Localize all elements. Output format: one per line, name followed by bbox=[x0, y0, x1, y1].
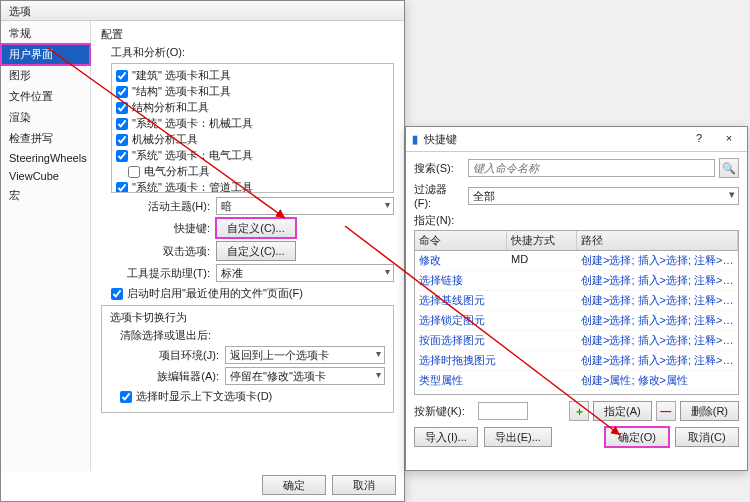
keyboard-shortcuts-dialog: ▮ 快捷键 ? × 搜索(S): 🔍 过滤器(F): 全部 指定(N): 命令 … bbox=[405, 126, 748, 471]
clear-or-exit-label: 清除选择或退出后: bbox=[120, 328, 385, 343]
filter-label: 过滤器(F): bbox=[414, 182, 464, 209]
check-label: 电气分析工具 bbox=[144, 164, 210, 179]
kb-rows[interactable]: 修改MD创建>选择; 插入>选择; 注释>选...选择链接创建>选择; 插入>选… bbox=[415, 251, 738, 395]
col-path[interactable]: 路径 bbox=[577, 231, 738, 250]
check-sys-pipe[interactable] bbox=[116, 182, 128, 194]
shortcuts-label: 快捷键: bbox=[111, 221, 216, 236]
table-row[interactable]: 类型属性创建>属性; 修改>属性 bbox=[415, 371, 738, 391]
options-ok-button[interactable]: 确定 bbox=[262, 475, 326, 495]
help-icon[interactable]: ? bbox=[687, 130, 711, 148]
auto-enable-recent-check[interactable] bbox=[111, 288, 123, 300]
sidebar-item-render[interactable]: 渲染 bbox=[1, 107, 90, 128]
col-cmd[interactable]: 命令 bbox=[415, 231, 507, 250]
doubleclick-label: 双击选项: bbox=[111, 244, 216, 259]
options-title: 选项 bbox=[9, 5, 31, 17]
sidebar-item-ui[interactable]: 用户界面 bbox=[1, 44, 90, 65]
search-input[interactable] bbox=[468, 159, 715, 177]
filter-combo[interactable]: 全部 bbox=[468, 187, 739, 205]
tools-checklist[interactable]: "建筑" 选项卡和工具 "结构" 选项卡和工具 结构分析和工具 "系统" 选项卡… bbox=[111, 63, 394, 193]
minus-icon[interactable]: — bbox=[656, 401, 676, 421]
kb-title: 快捷键 bbox=[424, 132, 457, 147]
check-label: "系统" 选项卡：管道工具 bbox=[132, 180, 253, 193]
options-title-bar: 选项 bbox=[1, 1, 404, 21]
show-context-tab-check[interactable] bbox=[120, 391, 132, 403]
active-theme-combo[interactable]: 暗 bbox=[216, 197, 394, 215]
table-row[interactable]: 选择锁定图元创建>选择; 插入>选择; 注释>选... bbox=[415, 311, 738, 331]
check-label: "系统" 选项卡：机械工具 bbox=[132, 116, 253, 131]
sidebar-item-graphics[interactable]: 图形 bbox=[1, 65, 90, 86]
sidebar-item-general[interactable]: 常规 bbox=[1, 23, 90, 44]
col-shortcut[interactable]: 快捷方式 bbox=[507, 231, 577, 250]
check-struct-ana[interactable] bbox=[116, 102, 128, 114]
check-label: "结构" 选项卡和工具 bbox=[132, 84, 231, 99]
check-sys-mech[interactable] bbox=[116, 118, 128, 130]
table-row[interactable]: 修改MD创建>选择; 插入>选择; 注释>选... bbox=[415, 251, 738, 271]
check-label: "系统" 选项卡：电气工具 bbox=[132, 148, 253, 163]
import-button[interactable]: 导入(I)... bbox=[414, 427, 478, 447]
assign-label: 指定(N): bbox=[414, 213, 739, 228]
search-icon[interactable]: 🔍 bbox=[719, 158, 739, 178]
close-icon[interactable]: × bbox=[717, 130, 741, 148]
options-main: 配置 工具和分析(O): "建筑" 选项卡和工具 "结构" 选项卡和工具 结构分… bbox=[91, 21, 404, 471]
table-row[interactable]: 属性PP创建>属性; 视图>窗口; 修改>属... bbox=[415, 391, 738, 395]
tooltip-combo[interactable]: 标准 bbox=[216, 264, 394, 282]
customize-doubleclick-button[interactable]: 自定义(C)... bbox=[216, 241, 296, 261]
tools-label: 工具和分析(O): bbox=[111, 45, 394, 60]
kb-cancel-button[interactable]: 取消(C) bbox=[675, 427, 739, 447]
check-arch[interactable] bbox=[116, 70, 128, 82]
tab-switch-group: 选项卡切换行为 清除选择或退出后: 项目环境(J): 返回到上一个选项卡 族编辑… bbox=[101, 305, 394, 413]
options-cancel-button[interactable]: 取消 bbox=[332, 475, 396, 495]
kb-table: 命令 快捷方式 路径 修改MD创建>选择; 插入>选择; 注释>选...选择链接… bbox=[414, 230, 739, 395]
sidebar-item-macro[interactable]: 宏 bbox=[1, 185, 90, 206]
remove-button[interactable]: 删除(R) bbox=[680, 401, 739, 421]
family-editor-label: 族编辑器(A): bbox=[120, 369, 225, 384]
check-struct[interactable] bbox=[116, 86, 128, 98]
check-label: 机械分析工具 bbox=[132, 132, 198, 147]
project-env-combo[interactable]: 返回到上一个选项卡 bbox=[225, 346, 385, 364]
kb-ok-button[interactable]: 确定(O) bbox=[605, 427, 669, 447]
sidebar-item-file-locations[interactable]: 文件位置 bbox=[1, 86, 90, 107]
options-sidebar: 常规 用户界面 图形 文件位置 渲染 检查拼写 SteeringWheels V… bbox=[1, 21, 91, 471]
project-env-label: 项目环境(J): bbox=[120, 348, 225, 363]
customize-shortcuts-button[interactable]: 自定义(C)... bbox=[216, 218, 296, 238]
export-button[interactable]: 导出(E)... bbox=[484, 427, 552, 447]
app-icon: ▮ bbox=[412, 133, 418, 146]
tooltip-label: 工具提示助理(T): bbox=[111, 266, 216, 281]
active-theme-label: 活动主题(H): bbox=[111, 199, 216, 214]
sidebar-item-spellcheck[interactable]: 检查拼写 bbox=[1, 128, 90, 149]
table-row[interactable]: 选择基线图元创建>选择; 插入>选择; 注释>选... bbox=[415, 291, 738, 311]
search-label: 搜索(S): bbox=[414, 161, 464, 176]
check-elec-ana[interactable] bbox=[128, 166, 140, 178]
auto-enable-recent-label: 启动时启用"最近使用的文件"页面(F) bbox=[127, 286, 303, 301]
check-mech-ana[interactable] bbox=[116, 134, 128, 146]
show-context-tab-label: 选择时显示上下文选项卡(D) bbox=[136, 389, 272, 404]
new-key-input[interactable] bbox=[478, 402, 528, 420]
table-row[interactable]: 选择时拖拽图元创建>选择; 插入>选择; 注释>选... bbox=[415, 351, 738, 371]
family-editor-combo[interactable]: 停留在"修改"选项卡 bbox=[225, 367, 385, 385]
tab-switch-title: 选项卡切换行为 bbox=[110, 310, 385, 325]
sidebar-item-steeringwheels[interactable]: SteeringWheels bbox=[1, 149, 90, 167]
table-row[interactable]: 选择链接创建>选择; 插入>选择; 注释>选... bbox=[415, 271, 738, 291]
sidebar-item-viewcube[interactable]: ViewCube bbox=[1, 167, 90, 185]
check-sys-elec[interactable] bbox=[116, 150, 128, 162]
config-label: 配置 bbox=[101, 27, 394, 42]
check-label: 结构分析和工具 bbox=[132, 100, 209, 115]
table-row[interactable]: 按面选择图元创建>选择; 插入>选择; 注释>选... bbox=[415, 331, 738, 351]
assign-button[interactable]: 指定(A) bbox=[593, 401, 652, 421]
plus-icon[interactable]: ＋ bbox=[569, 401, 589, 421]
check-label: "建筑" 选项卡和工具 bbox=[132, 68, 231, 83]
new-key-label: 按新键(K): bbox=[414, 404, 474, 419]
options-dialog: 选项 常规 用户界面 图形 文件位置 渲染 检查拼写 SteeringWheel… bbox=[0, 0, 405, 502]
